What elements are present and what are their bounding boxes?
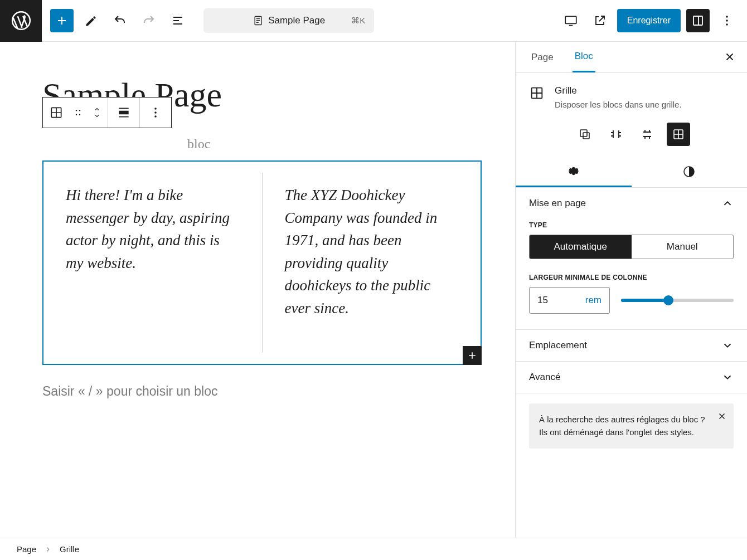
- grid-icon: [529, 85, 545, 109]
- grid-type-control: Automatique Manuel: [529, 235, 734, 259]
- panel-advanced-toggle[interactable]: Avancé: [516, 362, 747, 393]
- type-label: TYPE: [529, 221, 734, 229]
- svg-point-14: [154, 111, 157, 114]
- grid-cell[interactable]: Hi there! I'm a bike messenger by day, a…: [43, 162, 262, 364]
- block-breadcrumb: Page Grille: [0, 538, 747, 560]
- tab-page[interactable]: Page: [529, 42, 556, 72]
- svg-point-15: [154, 115, 157, 118]
- tools-button[interactable]: [79, 9, 103, 32]
- min-column-width-slider[interactable]: [621, 299, 734, 302]
- panel-position-toggle[interactable]: Emplacement: [516, 330, 747, 361]
- breadcrumb-root[interactable]: Page: [17, 544, 36, 554]
- type-manual-button[interactable]: Manuel: [632, 235, 734, 259]
- svg-rect-17: [580, 130, 587, 137]
- unit-select[interactable]: rem: [585, 295, 602, 306]
- block-inserter-button[interactable]: [50, 9, 74, 32]
- block-placeholder-text: bloc: [187, 128, 482, 159]
- align-button[interactable]: [108, 98, 139, 128]
- default-block-appender[interactable]: Saisir « / » pour choisir un bloc: [42, 384, 482, 399]
- chevron-right-icon: [44, 546, 52, 553]
- document-bar[interactable]: Sample Page ⌘K: [203, 8, 374, 33]
- document-overview-button[interactable]: [166, 9, 190, 32]
- transform-row-button[interactable]: [604, 123, 628, 146]
- wordpress-logo[interactable]: [0, 0, 42, 42]
- save-button[interactable]: Enregistrer: [617, 9, 681, 32]
- svg-rect-2: [565, 16, 576, 23]
- svg-point-8: [76, 110, 77, 111]
- settings-panel-toggle[interactable]: [686, 9, 710, 32]
- gear-icon: [566, 164, 581, 178]
- min-width-label: LARGEUR MINIMALE DE COLONNE: [529, 274, 734, 281]
- block-name: Grille: [555, 85, 682, 96]
- append-block-button[interactable]: [463, 346, 482, 365]
- block-description: Disposer les blocs dans une grille.: [555, 100, 682, 109]
- svg-point-11: [79, 114, 80, 115]
- transform-stack-button[interactable]: [636, 123, 659, 146]
- styles-subtab[interactable]: [632, 156, 748, 187]
- document-title: Sample Page: [268, 15, 325, 26]
- block-type-button[interactable]: [43, 98, 70, 128]
- chevron-down-icon: [721, 339, 734, 352]
- svg-rect-12: [119, 111, 128, 115]
- panel-layout-toggle[interactable]: Mise en page: [516, 188, 747, 219]
- svg-point-4: [726, 16, 728, 18]
- chevron-up-icon: [721, 197, 734, 210]
- svg-rect-18: [583, 133, 589, 139]
- svg-point-9: [79, 110, 80, 111]
- move-buttons[interactable]: [86, 98, 108, 128]
- page-icon: [253, 15, 264, 26]
- grid-cell[interactable]: The XYZ Doohickey Company was founded in…: [263, 162, 481, 364]
- undo-button[interactable]: [108, 9, 132, 32]
- dismiss-notice-button[interactable]: [717, 411, 727, 421]
- view-button[interactable]: [559, 9, 583, 32]
- options-button[interactable]: [715, 9, 739, 32]
- settings-sidebar: Page Bloc Grille Disposer les blocs dans…: [515, 42, 747, 538]
- type-auto-button[interactable]: Automatique: [530, 235, 632, 259]
- transform-grid-button[interactable]: [667, 123, 690, 146]
- chevron-down-icon: [721, 371, 734, 383]
- svg-point-6: [726, 23, 728, 26]
- drag-handle[interactable]: [70, 98, 86, 128]
- svg-rect-3: [693, 16, 702, 25]
- block-options-button[interactable]: [140, 98, 171, 128]
- breadcrumb-current[interactable]: Grille: [60, 544, 79, 554]
- redo-button[interactable]: [137, 9, 161, 32]
- grid-block[interactable]: Hi there! I'm a bike messenger by day, a…: [42, 160, 482, 365]
- transform-group-button[interactable]: [573, 123, 596, 146]
- close-sidebar-button[interactable]: [724, 51, 736, 63]
- command-shortcut: ⌘K: [351, 16, 365, 26]
- block-toolbar: [42, 97, 172, 128]
- styles-hint-notice: À la recherche des autres réglages du bl…: [529, 403, 734, 449]
- preview-external-button[interactable]: [588, 9, 612, 32]
- styles-icon: [682, 165, 696, 178]
- svg-point-10: [76, 114, 77, 115]
- min-column-width-input[interactable]: 15 rem: [529, 287, 610, 314]
- settings-subtab[interactable]: [516, 156, 632, 187]
- editor-canvas[interactable]: Sample Page: [0, 42, 515, 538]
- tab-block[interactable]: Bloc: [573, 42, 595, 72]
- svg-point-5: [726, 20, 728, 22]
- svg-point-13: [154, 108, 157, 110]
